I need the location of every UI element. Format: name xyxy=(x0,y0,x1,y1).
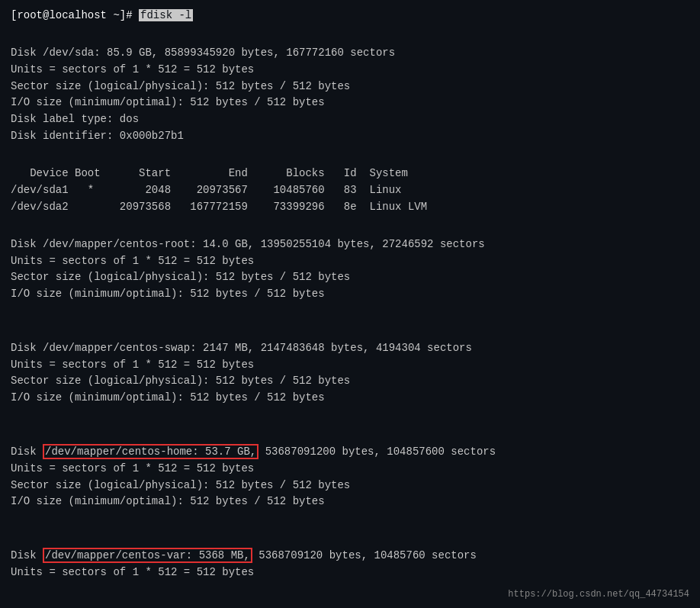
centos-home-line-1: Disk /dev/mapper/centos-home: 53.7 GB, 5… xyxy=(11,444,689,461)
sda-line-2: Units = sectors of 1 * 512 = 512 bytes xyxy=(11,62,689,79)
centos-home-line-3: Sector size (logical/physical): 512 byte… xyxy=(11,478,689,494)
centos-home-line-2: Units = sectors of 1 * 512 = 512 bytes xyxy=(11,461,689,478)
centos-swap-line-1: Disk /dev/mapper/centos-swap: 2147 MB, 2… xyxy=(11,340,689,357)
prompt-line: [root@localhost ~]# fdisk -l xyxy=(11,8,689,24)
centos-home-highlight: /dev/mapper/centos-home: 53.7 GB, xyxy=(43,444,258,459)
partition-header: Device Boot Start End Blocks Id System xyxy=(11,166,689,182)
partition-sda1: /dev/sda1 * 2048 20973567 10485760 83 Li… xyxy=(11,182,689,199)
watermark: https://blog.csdn.net/qq_44734154 xyxy=(508,587,689,602)
sda-line-5: Disk label type: dos xyxy=(11,111,689,128)
centos-swap-line-3: Sector size (logical/physical): 512 byte… xyxy=(11,373,689,390)
centos-root-line-3: Sector size (logical/physical): 512 byte… xyxy=(11,269,689,286)
sda-line-1: Disk /dev/sda: 85.9 GB, 85899345920 byte… xyxy=(11,45,689,62)
partition-sda2: /dev/sda2 20973568 167772159 73399296 8e… xyxy=(11,199,689,216)
sda-line-6: Disk identifier: 0x000b27b1 xyxy=(11,128,689,145)
sda-line-3: Sector size (logical/physical): 512 byte… xyxy=(11,79,689,95)
centos-root-line-1: Disk /dev/mapper/centos-root: 14.0 GB, 1… xyxy=(11,236,689,253)
centos-swap-line-2: Units = sectors of 1 * 512 = 512 bytes xyxy=(11,357,689,374)
terminal-window: [root@localhost ~]# fdisk -l Disk /dev/s… xyxy=(0,0,700,608)
centos-root-section: Disk /dev/mapper/centos-root: 14.0 GB, 1… xyxy=(11,236,689,303)
centos-swap-line-4: I/O size (minimum/optimal): 512 bytes / … xyxy=(11,390,689,407)
centos-root-line-4: I/O size (minimum/optimal): 512 bytes / … xyxy=(11,286,689,303)
partition-table: Device Boot Start End Blocks Id System /… xyxy=(11,166,689,215)
prompt-user: [root@localhost ~]# xyxy=(11,9,139,21)
centos-var-line-1: Disk /dev/mapper/centos-var: 5368 MB, 53… xyxy=(11,548,689,565)
centos-home-section: Disk /dev/mapper/centos-home: 53.7 GB, 5… xyxy=(11,444,689,510)
centos-var-section: Disk /dev/mapper/centos-var: 5368 MB, 53… xyxy=(11,548,689,581)
centos-home-line-4: I/O size (minimum/optimal): 512 bytes / … xyxy=(11,494,689,510)
sda-section: Disk /dev/sda: 85.9 GB, 85899345920 byte… xyxy=(11,45,689,144)
command-text: fdisk -l xyxy=(139,9,193,21)
centos-var-highlight: /dev/mapper/centos-var: 5368 MB, xyxy=(43,548,252,563)
centos-root-line-2: Units = sectors of 1 * 512 = 512 bytes xyxy=(11,253,689,270)
sda-line-4: I/O size (minimum/optimal): 512 bytes / … xyxy=(11,95,689,111)
centos-var-line-2: Units = sectors of 1 * 512 = 512 bytes xyxy=(11,565,689,581)
centos-swap-section: Disk /dev/mapper/centos-swap: 2147 MB, 2… xyxy=(11,340,689,407)
